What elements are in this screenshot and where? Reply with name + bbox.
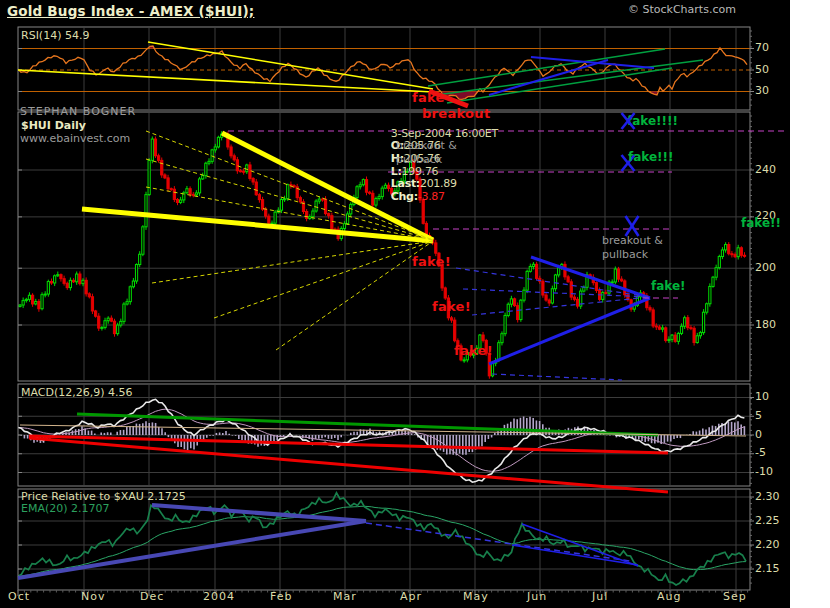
author-watermark: STEPHAN BOGNER bbox=[20, 106, 136, 119]
macd-panel-label: MACD(12,26,9) 4.56 bbox=[21, 387, 133, 400]
macd-axis-label: 5 bbox=[755, 410, 762, 423]
annotation-text: breakout & bbox=[602, 235, 663, 248]
month-label-aug: Aug bbox=[657, 591, 681, 604]
annotation-text: fake!! bbox=[741, 217, 781, 231]
annotation-text: breakout bbox=[422, 107, 490, 122]
annotation-text: breakout & bbox=[396, 140, 457, 153]
annotation-text: fake! bbox=[432, 300, 471, 315]
month-label-nov: Nov bbox=[81, 591, 105, 604]
chg-label: Chg: bbox=[391, 190, 418, 203]
month-label-apr: Apr bbox=[400, 591, 422, 604]
macd-axis-label: 10 bbox=[755, 391, 769, 404]
rsi-axis-label: 30 bbox=[755, 85, 769, 98]
month-label-feb: Feb bbox=[270, 591, 292, 604]
rsi-axis-label: 50 bbox=[755, 64, 769, 77]
last-label: Last: bbox=[391, 177, 420, 190]
price-axis-label: 240 bbox=[755, 164, 776, 177]
month-label-2004: 2004 bbox=[203, 591, 235, 604]
annotation-text: fake! bbox=[454, 344, 493, 359]
last-value: 201.89 bbox=[420, 177, 457, 190]
month-label-jul: Jul bbox=[592, 591, 608, 604]
macd-axis-label: -10 bbox=[755, 466, 773, 479]
chg-value: -3.87 bbox=[418, 190, 445, 203]
pr-axis-label: 2.15 bbox=[755, 563, 780, 576]
pr-axis-label: 2.30 bbox=[755, 491, 780, 504]
price-axis-label: 200 bbox=[755, 262, 776, 275]
month-label-jun: Jun bbox=[527, 591, 547, 604]
annotation-text: pullback bbox=[602, 249, 648, 262]
pr-axis-label: 2.20 bbox=[755, 539, 780, 552]
month-label-may: May bbox=[463, 591, 489, 604]
quote-date: 3-Sep-2004 bbox=[391, 127, 452, 140]
quote-time: 16:00ET bbox=[455, 127, 498, 140]
annotation-text: pullback bbox=[396, 154, 442, 167]
price-axis-label: 180 bbox=[755, 319, 776, 332]
pr-ema-label: EMA(20) 2.1707 bbox=[21, 503, 110, 516]
month-label-mar: Mar bbox=[333, 591, 357, 604]
month-label-oct: Oct bbox=[8, 591, 30, 604]
annotation-text: fake! bbox=[651, 280, 686, 294]
month-label-sep: Sep bbox=[723, 591, 747, 604]
annotation-text: fake bbox=[412, 91, 445, 106]
pr-axis-label: 2.25 bbox=[755, 515, 780, 528]
rsi-panel-label: RSI(14) 54.9 bbox=[21, 30, 89, 43]
annotation-text: fake!!!! bbox=[627, 115, 678, 129]
month-label-dec: Dec bbox=[140, 591, 164, 604]
macd-axis-label: -5 bbox=[755, 447, 766, 460]
site-watermark: www.ebainvest.com bbox=[20, 133, 130, 146]
chart-page: Gold Bugs Index - AMEX ($HUI); © StockCh… bbox=[0, 0, 830, 608]
rsi-axis-label: 70 bbox=[755, 42, 769, 55]
annotation-text: fake! bbox=[412, 255, 451, 270]
annotation-text: fake!!! bbox=[628, 151, 674, 165]
macd-axis-label: 0 bbox=[755, 429, 762, 442]
symbol-label: $HUI Daily bbox=[21, 120, 86, 133]
